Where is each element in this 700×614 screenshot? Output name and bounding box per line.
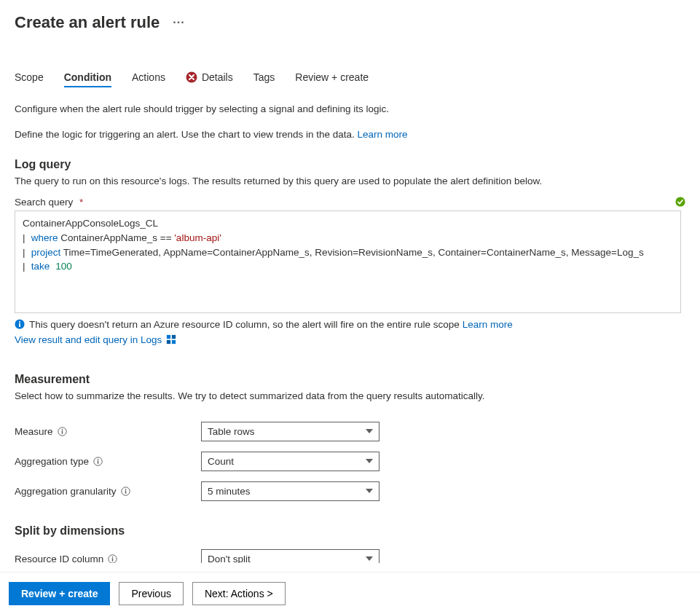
required-indicator: * — [79, 197, 83, 208]
svg-rect-14 — [98, 459, 98, 460]
error-icon — [186, 71, 197, 83]
svg-rect-10 — [61, 430, 62, 433]
search-query-label: Search query — [15, 197, 73, 208]
query-info-link[interactable]: Learn more — [463, 319, 513, 330]
svg-rect-17 — [125, 489, 125, 489]
measure-label: Measure — [15, 426, 53, 437]
info-icon[interactable] — [93, 457, 103, 466]
svg-rect-8 — [172, 340, 176, 344]
svg-rect-3 — [19, 323, 20, 327]
footer-bar: Review + create Previous Next: Actions > — [0, 572, 700, 614]
svg-rect-20 — [112, 556, 113, 557]
tab-details[interactable]: Details — [186, 71, 233, 87]
tab-details-label: Details — [202, 71, 233, 83]
logquery-sub: The query to run on this resource's logs… — [15, 176, 685, 186]
previous-button[interactable]: Previous — [119, 582, 183, 605]
logs-icon — [166, 334, 176, 345]
logquery-heading: Log query — [15, 158, 685, 171]
info-icon — [15, 319, 25, 329]
svg-point-1 — [675, 197, 685, 207]
tab-actions[interactable]: Actions — [132, 71, 165, 87]
aggregation-granularity-label: Aggregation granularity — [15, 486, 117, 497]
measurement-heading: Measurement — [15, 373, 685, 386]
svg-rect-4 — [19, 321, 20, 323]
info-icon[interactable] — [121, 487, 130, 496]
measurement-sub: Select how to summarize the results. We … — [15, 390, 685, 401]
svg-rect-6 — [172, 335, 176, 339]
measure-select[interactable]: Table rows — [201, 422, 380, 441]
success-icon — [675, 197, 685, 207]
review-create-button[interactable]: Review + create — [9, 582, 110, 605]
tab-scope[interactable]: Scope — [15, 71, 44, 87]
resource-id-label: Resource ID column — [15, 554, 103, 564]
split-heading: Split by dimensions — [15, 524, 685, 538]
tab-bar: Scope Condition Actions Details Tags Rev… — [15, 71, 685, 87]
tab-condition[interactable]: Condition — [64, 71, 111, 87]
search-query-editor[interactable]: ContainerAppConsoleLogs_CL | where Conta… — [15, 210, 681, 313]
tab-review[interactable]: Review + create — [295, 71, 369, 87]
condition-intro: Configure when the alert rule should tri… — [15, 103, 685, 117]
condition-define: Define the logic for triggering an alert… — [15, 128, 685, 142]
learn-more-link[interactable]: Learn more — [358, 129, 408, 140]
more-actions-icon[interactable]: ··· — [173, 16, 184, 29]
tab-tags[interactable]: Tags — [253, 71, 275, 87]
aggregation-type-label: Aggregation type — [15, 456, 89, 467]
svg-rect-19 — [112, 558, 113, 561]
view-in-logs-link[interactable]: View result and edit query in Logs — [15, 334, 162, 345]
svg-rect-5 — [167, 335, 170, 339]
aggregation-granularity-select[interactable]: 5 minutes — [201, 481, 380, 501]
page-title: Create an alert rule — [15, 13, 160, 32]
svg-rect-13 — [98, 460, 98, 463]
next-actions-button[interactable]: Next: Actions > — [192, 582, 286, 605]
aggregation-type-select[interactable]: Count — [201, 452, 380, 471]
query-info-text: This query doesn't return an Azure resou… — [29, 319, 463, 330]
info-icon[interactable] — [108, 554, 117, 564]
svg-rect-11 — [61, 429, 62, 430]
svg-rect-16 — [125, 490, 125, 493]
svg-rect-7 — [167, 340, 170, 344]
info-icon[interactable] — [58, 427, 67, 436]
resource-id-select[interactable]: Don't split — [201, 549, 380, 569]
